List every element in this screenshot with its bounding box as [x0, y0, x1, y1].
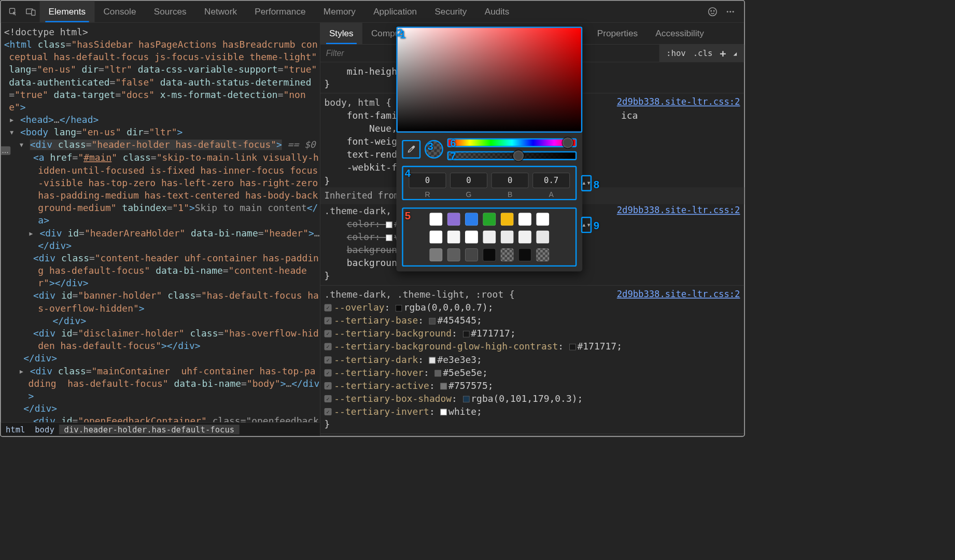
color-g-label: G — [450, 190, 487, 199]
tab-application[interactable]: Application — [364, 1, 426, 22]
palette-stepper[interactable]: 9 ▲▼ — [581, 217, 592, 233]
color-b-input[interactable] — [491, 173, 529, 188]
source-link[interactable]: 2d9bb338.site-ltr.css:2 — [617, 288, 740, 300]
tab-sources[interactable]: Sources — [145, 1, 195, 22]
eyedropper-button[interactable]: 2 — [402, 140, 420, 159]
tab-security[interactable]: Security — [426, 1, 475, 22]
feedback-smiley-icon[interactable] — [708, 7, 718, 17]
property-toggle-checkbox[interactable]: ✓ — [325, 395, 332, 402]
annotation-label-5: 5 — [405, 209, 411, 222]
subtab-styles[interactable]: Styles — [320, 23, 362, 44]
svg-point-4 — [711, 10, 712, 11]
annotation-label-7: 7 — [450, 150, 456, 162]
palette-swatch[interactable] — [483, 248, 496, 261]
palette-swatch[interactable] — [518, 231, 531, 244]
dom-breadcrumbs: htmlbodydiv.header-holder.has-default-fo… — [1, 422, 320, 436]
color-preview-swatch: 3 — [425, 140, 443, 159]
palette-swatch[interactable] — [465, 248, 478, 261]
tab-audits[interactable]: Audits — [476, 1, 518, 22]
svg-point-6 — [727, 11, 728, 12]
corner-icon[interactable]: ◢ — [734, 50, 737, 56]
dom-tree[interactable]: <!doctype html><html class="hasSidebar h… — [1, 23, 320, 423]
color-r-label: R — [409, 190, 446, 199]
color-sat-val-field[interactable]: 1 — [396, 26, 582, 132]
palette-swatch[interactable] — [501, 231, 514, 244]
tab-memory[interactable]: Memory — [315, 1, 364, 22]
tab-console[interactable]: Console — [94, 1, 145, 22]
palette-swatch[interactable] — [518, 248, 531, 261]
svg-rect-2 — [32, 10, 35, 15]
color-value-fields: 4 R G B A 8 ▲▼ — [402, 166, 577, 200]
source-link[interactable]: 2d9bb338.site-ltr.css:2 — [617, 204, 740, 217]
palette-swatch[interactable] — [536, 213, 549, 226]
annotation-label-3: 3 — [427, 141, 433, 153]
svg-point-3 — [709, 7, 717, 16]
devtools-top-bar: ElementsConsoleSourcesNetworkPerformance… — [1, 1, 745, 23]
property-toggle-checkbox[interactable]: ✓ — [325, 356, 332, 363]
new-style-rule-button[interactable]: + — [720, 47, 726, 59]
property-toggle-checkbox[interactable]: ✓ — [325, 382, 332, 389]
kebab-menu-icon[interactable] — [725, 7, 735, 17]
annotation-label-1: 1 — [400, 29, 405, 41]
property-toggle-checkbox[interactable]: ✓ — [325, 304, 332, 311]
palette-swatch[interactable] — [447, 213, 460, 226]
color-a-input[interactable] — [532, 173, 570, 188]
color-format-stepper[interactable]: 8 ▲▼ — [581, 175, 592, 191]
svg-point-5 — [713, 10, 714, 11]
toggle-hov-button[interactable]: :hov — [666, 48, 686, 58]
svg-point-8 — [733, 11, 734, 12]
inspect-icon[interactable] — [4, 1, 22, 22]
breadcrumb-item[interactable]: html — [1, 425, 30, 435]
palette-swatch[interactable] — [465, 213, 478, 226]
palette-swatch[interactable] — [447, 248, 460, 261]
breadcrumb-item[interactable]: div.header-holder.has-default-focus — [59, 425, 239, 435]
device-toggle-icon[interactable] — [22, 1, 39, 22]
palette-swatch[interactable] — [465, 231, 478, 244]
hue-slider[interactable]: 6 — [447, 138, 577, 147]
subtab-properties[interactable]: Properties — [588, 23, 647, 44]
tab-elements[interactable]: Elements — [39, 1, 94, 22]
property-toggle-checkbox[interactable]: ✓ — [325, 369, 332, 376]
palette-swatch[interactable] — [536, 231, 549, 244]
overflow-ellipsis-icon[interactable]: … — [0, 146, 10, 155]
property-toggle-checkbox[interactable]: ✓ — [325, 343, 332, 351]
palette-swatch[interactable] — [429, 213, 442, 226]
annotation-label-6: 6 — [450, 137, 456, 149]
color-r-input[interactable] — [409, 173, 446, 188]
svg-point-7 — [729, 11, 731, 12]
toggle-cls-button[interactable]: .cls — [693, 48, 713, 58]
palette-swatch[interactable] — [483, 213, 496, 226]
tab-network[interactable]: Network — [195, 1, 246, 22]
color-palette: 5 9 ▲▼ — [402, 207, 577, 267]
palette-swatch[interactable] — [447, 231, 460, 244]
property-toggle-checkbox[interactable]: ✓ — [325, 408, 332, 415]
palette-swatch[interactable] — [429, 248, 442, 261]
color-a-label: A — [532, 190, 570, 199]
color-b-label: B — [491, 190, 529, 199]
property-toggle-checkbox[interactable]: ✓ — [325, 330, 332, 338]
color-picker-popover: 1 2 3 6 7 4 R G B A 8 ▲▼ — [396, 26, 582, 271]
tab-performance[interactable]: Performance — [246, 1, 315, 22]
property-toggle-checkbox[interactable]: ✓ — [325, 317, 332, 325]
source-link[interactable]: 2d9bb338.site-ltr.css:2 — [617, 96, 740, 108]
breadcrumb-item[interactable]: body — [30, 425, 59, 435]
color-g-input[interactable] — [450, 173, 487, 188]
subtab-accessibility[interactable]: Accessibility — [647, 23, 713, 44]
palette-swatch[interactable] — [536, 248, 549, 261]
palette-swatch[interactable] — [501, 248, 514, 261]
palette-swatch[interactable] — [501, 213, 514, 226]
alpha-slider[interactable]: 7 — [447, 151, 577, 160]
elements-dom-pane: … <!doctype html><html class="hasSidebar… — [1, 23, 320, 436]
palette-swatch[interactable] — [518, 213, 531, 226]
palette-swatch[interactable] — [483, 231, 496, 244]
palette-swatch[interactable] — [429, 231, 442, 244]
